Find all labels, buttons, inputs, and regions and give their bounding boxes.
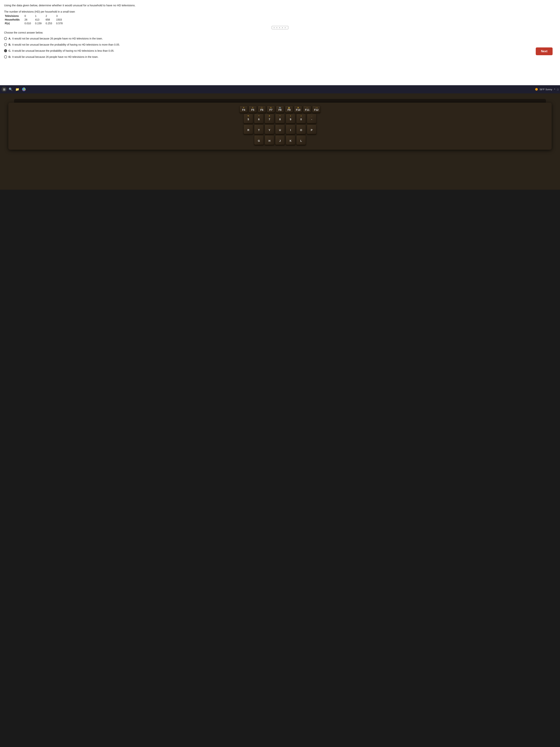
options-list: A. It would not be unusual because 26 pe… bbox=[4, 37, 556, 59]
option-d[interactable]: D. It would be unusual because 26 people… bbox=[4, 55, 556, 59]
table-row-px: P(x) 0.010 0.159 0.253 0.578 bbox=[4, 22, 66, 25]
option-a[interactable]: A. It would not be unusual because 26 pe… bbox=[4, 37, 556, 41]
key-f8[interactable]: 📷 F8 bbox=[276, 106, 284, 113]
key-f7[interactable]: ✈ F7 bbox=[267, 106, 275, 113]
households-0: 26 bbox=[24, 18, 34, 22]
key-j[interactable]: J bbox=[275, 135, 285, 145]
key-h[interactable]: H bbox=[265, 135, 274, 145]
keyboard-area: ✕ F4 C F5 ⬚ F6 ✈ F7 📷 F8 🔒 F9 bbox=[0, 93, 560, 190]
households-1: 413 bbox=[34, 18, 45, 22]
option-c-text: It would be unusual because the probabil… bbox=[12, 49, 114, 53]
key-y[interactable]: Y bbox=[265, 125, 274, 134]
option-d-label: D. bbox=[8, 55, 11, 59]
key-f10[interactable]: ⊞ F10 bbox=[294, 106, 302, 113]
key-g[interactable]: G bbox=[254, 135, 264, 145]
question-main-text: Using the data given below, determine wh… bbox=[4, 3, 556, 7]
col-header-3: 3 bbox=[55, 14, 66, 18]
taskbar-search[interactable]: 🔍 bbox=[8, 86, 14, 92]
households-3: 1503 bbox=[55, 18, 66, 22]
taskbar-file-explorer[interactable]: 📁 bbox=[15, 86, 20, 92]
option-b-label: B. bbox=[8, 43, 11, 47]
col-header-1: 1 bbox=[34, 14, 45, 18]
taskbar: ⊞ 🔍 📁 58°F Sunny ^ □ bbox=[0, 85, 560, 93]
start-button[interactable]: ⊞ bbox=[1, 87, 7, 92]
key-minus[interactable]: _ - bbox=[307, 114, 317, 123]
key-f12[interactable]: ☼+ F12 bbox=[312, 106, 320, 113]
key-k[interactable]: K bbox=[286, 135, 295, 145]
fn-key-row: ✕ F4 C F5 ⬚ F6 ✈ F7 📷 F8 🔒 F9 bbox=[10, 106, 550, 113]
table-title: The number of televisions (HD) per house… bbox=[4, 10, 556, 13]
taskbar-right: 58°F Sunny ^ □ bbox=[535, 88, 559, 91]
number-key-row: % 5 ^ 6 & 7 * 8 ( 9 ) 0 bbox=[10, 114, 550, 123]
px-3: 0.578 bbox=[55, 22, 66, 25]
key-f9[interactable]: 🔒 F9 bbox=[285, 106, 293, 113]
key-8[interactable]: * 8 bbox=[275, 114, 285, 123]
col-header-label: Televisions bbox=[4, 14, 24, 18]
px-2: 0.253 bbox=[45, 22, 55, 25]
option-a-label: A. bbox=[8, 37, 11, 41]
key-i[interactable]: I bbox=[286, 125, 295, 134]
key-p[interactable]: P bbox=[307, 125, 317, 134]
key-f11[interactable]: ☼- F11 bbox=[303, 106, 311, 113]
weather-text: 58°F Sunny bbox=[540, 88, 552, 91]
expand-dots-button[interactable]: • • • • • bbox=[272, 26, 288, 29]
keyboard-top-shadow bbox=[14, 99, 546, 103]
households-2: 658 bbox=[45, 18, 55, 22]
taskbar-browser[interactable] bbox=[21, 86, 27, 92]
taskbar-notification[interactable]: □ bbox=[557, 88, 559, 91]
radio-a[interactable] bbox=[4, 37, 7, 40]
table-header-row: Televisions 0 1 2 3 bbox=[4, 14, 66, 18]
key-l[interactable]: L bbox=[296, 135, 306, 145]
data-table: Televisions 0 1 2 3 Households 26 413 65… bbox=[4, 14, 66, 25]
col-header-2: 2 bbox=[45, 14, 55, 18]
radio-d[interactable] bbox=[4, 55, 7, 58]
option-c-label: C. bbox=[8, 49, 11, 53]
screen: Using the data given below, determine wh… bbox=[0, 0, 560, 93]
browser-content: Using the data given below, determine wh… bbox=[0, 0, 560, 85]
row-label-households: Households bbox=[4, 18, 24, 22]
key-7[interactable]: & 7 bbox=[265, 114, 274, 123]
keyboard: ✕ F4 C F5 ⬚ F6 ✈ F7 📷 F8 🔒 F9 bbox=[8, 103, 552, 150]
option-b[interactable]: B. It would not be unusual because the p… bbox=[4, 43, 556, 47]
key-o[interactable]: O bbox=[296, 125, 306, 134]
option-c[interactable]: C. It would be unusual because the proba… bbox=[4, 49, 556, 53]
table-row-households: Households 26 413 658 1503 bbox=[4, 18, 66, 22]
radio-b[interactable] bbox=[4, 43, 7, 46]
key-r[interactable]: R bbox=[243, 125, 253, 134]
radio-c[interactable] bbox=[4, 49, 7, 52]
table-section: The number of televisions (HD) per house… bbox=[4, 10, 556, 29]
key-f4[interactable]: ✕ F4 bbox=[240, 106, 248, 113]
key-6[interactable]: ^ 6 bbox=[254, 114, 264, 123]
key-f6[interactable]: ⬚ F6 bbox=[258, 106, 266, 113]
taskbar-arrow-up[interactable]: ^ bbox=[554, 88, 555, 91]
next-button[interactable]: Next bbox=[536, 47, 553, 55]
key-5[interactable]: % 5 bbox=[243, 114, 253, 123]
letter-row-1: R T Y U I O P bbox=[10, 125, 550, 134]
key-f5[interactable]: C F5 bbox=[249, 106, 257, 113]
px-0: 0.010 bbox=[24, 22, 34, 25]
key-9[interactable]: ( 9 bbox=[286, 114, 295, 123]
option-d-text: It would be unusual because 26 people ha… bbox=[12, 55, 98, 59]
key-0[interactable]: ) 0 bbox=[296, 114, 306, 123]
key-t[interactable]: T bbox=[254, 125, 264, 134]
col-header-0: 0 bbox=[24, 14, 34, 18]
expand-dots-area: • • • • • bbox=[4, 26, 556, 29]
option-b-text: It would not be unusual because the prob… bbox=[12, 43, 120, 47]
weather-icon bbox=[535, 88, 538, 91]
row-label-px: P(x) bbox=[4, 22, 24, 25]
choose-text: Choose the correct answer below. bbox=[4, 31, 556, 34]
letter-row-2: G H J K L bbox=[10, 135, 550, 145]
px-1: 0.159 bbox=[34, 22, 45, 25]
key-u[interactable]: U bbox=[275, 125, 285, 134]
option-a-text: It would not be unusual because 26 peopl… bbox=[12, 37, 103, 41]
